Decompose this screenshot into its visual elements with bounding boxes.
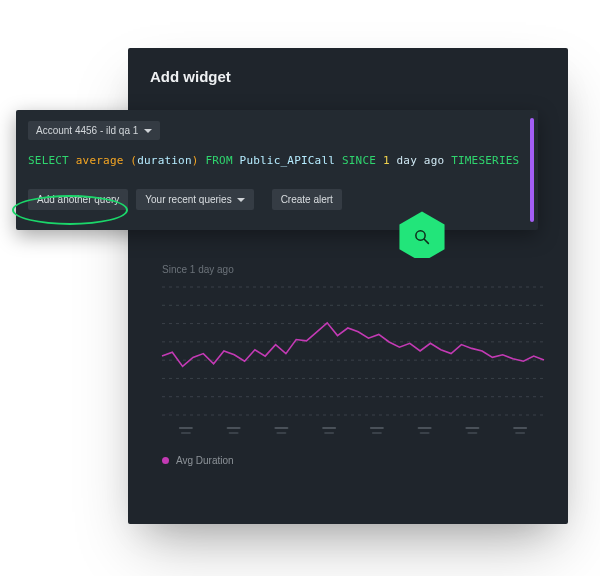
token-average: average [76,154,124,167]
query-button-row: Add another query Your recent queries Cr… [28,189,524,210]
svg-rect-22 [420,432,430,434]
chart-svg [156,277,550,447]
svg-rect-17 [322,427,336,429]
token-table: Public_APICall [240,154,336,167]
accent-bar [530,118,534,222]
create-alert-label: Create alert [281,194,333,205]
svg-rect-19 [370,427,384,429]
search-icon [413,228,431,246]
chart-subtitle: Since 1 day ago [156,258,550,277]
svg-rect-20 [372,432,382,434]
query-editor-card: Account 4456 - ild qa 1 SELECT average (… [16,110,538,230]
svg-rect-21 [418,427,432,429]
chart-legend: Avg Duration [156,447,550,466]
chevron-down-icon [144,129,152,134]
page-title: Add widget [128,48,568,85]
legend-label: Avg Duration [176,455,234,466]
token-since: SINCE [342,154,376,167]
chevron-down-icon [237,198,245,203]
legend-dot [162,457,169,464]
account-label: Account 4456 - ild qa 1 [36,125,138,136]
search-fab[interactable] [398,210,446,264]
svg-rect-12 [181,432,191,434]
svg-rect-13 [227,427,241,429]
svg-rect-14 [229,432,239,434]
recent-queries-button[interactable]: Your recent queries [136,189,253,210]
account-selector[interactable]: Account 4456 - ild qa 1 [28,121,160,140]
token-timeseries: TIMESERIES [451,154,519,167]
token-duration: duration [137,154,192,167]
svg-rect-25 [513,427,527,429]
token-rpar: ) [192,154,199,167]
create-alert-button[interactable]: Create alert [272,189,342,210]
svg-rect-26 [515,432,525,434]
chart-panel: Since 1 day ago Avg Duration [156,258,550,506]
token-range: day ago [397,154,445,167]
svg-rect-16 [276,432,286,434]
query-text[interactable]: SELECT average (duration) FROM Public_AP… [28,154,524,167]
token-select: SELECT [28,154,69,167]
svg-rect-18 [324,432,334,434]
add-another-query-button[interactable]: Add another query [28,189,128,210]
add-another-label: Add another query [37,194,119,205]
token-from: FROM [205,154,232,167]
svg-rect-23 [465,427,479,429]
svg-rect-15 [274,427,288,429]
svg-rect-11 [179,427,193,429]
recent-queries-label: Your recent queries [145,194,231,205]
svg-line-2 [424,239,428,243]
svg-rect-24 [467,432,477,434]
token-num: 1 [383,154,390,167]
